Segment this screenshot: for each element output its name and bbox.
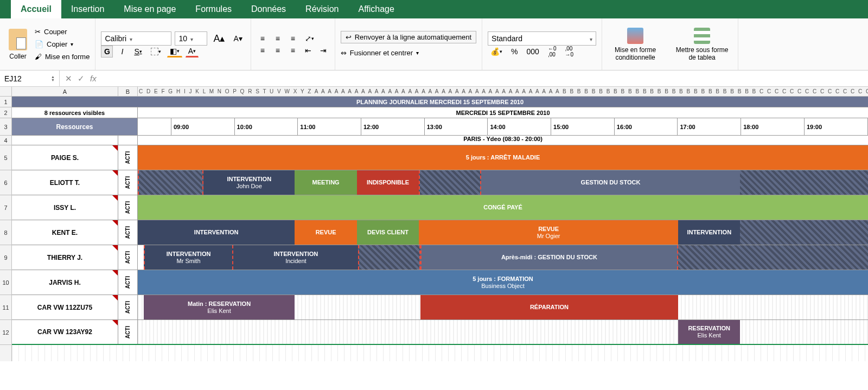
bar-hatch[interactable] — [740, 170, 868, 195]
bar-hatch[interactable] — [138, 170, 203, 195]
format-as-table-button[interactable]: Mettre sous forme de tablea — [672, 21, 732, 68]
acti-cell[interactable]: ACTI — [118, 220, 138, 245]
bar-hatch[interactable] — [419, 170, 481, 195]
bar-formation[interactable]: 5 jours : FORMATIONBusiness Object — [138, 270, 868, 295]
align-bottom-button[interactable]: ≡ — [287, 33, 299, 44]
font-color-button[interactable]: A▾ — [186, 46, 199, 57]
bar-intervention[interactable]: INTERVENTIONJohn Doe — [203, 170, 295, 195]
bar-intervention[interactable]: INTERVENTION — [678, 220, 740, 245]
bar-reservation[interactable]: Matin : RESERVATIONElis Kent — [144, 295, 295, 319]
align-right-button[interactable]: ≡ — [287, 44, 299, 56]
align-top-button[interactable]: ≡ — [257, 33, 269, 44]
resource-name[interactable]: CAR VW 123AY92 — [12, 320, 118, 344]
row-header-12[interactable]: 12 — [0, 320, 11, 345]
font-name-combo[interactable]: Calibri — [101, 31, 171, 46]
wrap-text-button[interactable]: ↩Renvoyer à la ligne automatiquement — [341, 31, 476, 43]
fill-color-button[interactable]: ◧▾ — [167, 46, 182, 57]
resource-name[interactable]: ELIOTT T. — [12, 170, 118, 195]
bar-reparation[interactable]: RÉPARATION — [420, 295, 678, 319]
acti-cell[interactable]: ACTI — [118, 270, 138, 295]
decrease-font-button[interactable]: A▾ — [231, 33, 245, 44]
align-middle-button[interactable]: ≡ — [272, 33, 284, 44]
tab-donnees[interactable]: Données — [241, 0, 296, 18]
row-header-5[interactable]: 5 — [0, 145, 11, 170]
row-header-10[interactable]: 10 — [0, 270, 11, 295]
acti-cell[interactable]: ACTI — [118, 295, 138, 319]
merge-center-button[interactable]: ⇔Fusionner et centrer▾ — [341, 48, 476, 58]
italic-button[interactable]: I — [116, 46, 128, 57]
tab-affichage[interactable]: Affichage — [348, 0, 404, 18]
tab-revision[interactable]: Révision — [296, 0, 348, 18]
decrease-decimal-button[interactable]: ,00→0 — [562, 46, 576, 57]
tab-mise-en-page[interactable]: Mise en page — [114, 0, 186, 18]
name-box-stepper[interactable]: ▲▼ — [51, 75, 55, 82]
tab-formules[interactable]: Formules — [186, 0, 241, 18]
conditional-formatting-button[interactable]: Mise en forme conditionnelle — [608, 21, 663, 68]
row-header-11[interactable]: 11 — [0, 295, 11, 320]
row-header-7[interactable]: 7 — [0, 195, 11, 220]
bar-intervention-incident[interactable]: INTERVENTIONIncident — [233, 245, 358, 270]
bold-button[interactable]: G — [101, 46, 113, 57]
bar-revue[interactable]: REVUE — [295, 220, 356, 245]
increase-decimal-button[interactable]: ←0,00 — [545, 46, 559, 57]
bar-devis-client[interactable]: DEVIS CLIENT — [357, 220, 419, 245]
resource-name[interactable]: ISSY L. — [12, 195, 118, 220]
row-header-6[interactable]: 6 — [0, 170, 11, 195]
align-center-button[interactable]: ≡ — [272, 44, 284, 56]
bar-intervention[interactable]: INTERVENTION — [138, 220, 295, 245]
format-painter-button[interactable]: Mise en forme — [35, 52, 90, 62]
underline-button[interactable]: S▾ — [131, 46, 144, 57]
cancel-formula-button[interactable]: ✕ — [65, 74, 72, 84]
row-header-8[interactable]: 8 — [0, 220, 11, 245]
fx-icon[interactable]: fx — [90, 74, 97, 83]
orientation-button[interactable]: ⤢▾ — [302, 33, 317, 44]
row-header-4[interactable]: 4 — [0, 136, 11, 145]
col-header-b[interactable]: B — [118, 87, 138, 96]
bar-gestion-stock-pm[interactable]: Après-midi : GESTION DU STOCK — [420, 245, 678, 270]
resource-name[interactable]: CAR VW 112ZU75 — [12, 295, 118, 319]
acti-cell[interactable]: ACTI — [118, 195, 138, 220]
row-header-2[interactable]: 2 — [0, 107, 11, 118]
name-box[interactable]: EJ12 ▲▼ — [0, 71, 60, 86]
bar-intervention-smith[interactable]: INTERVENTIONMr Smith — [144, 245, 234, 270]
row-header-1[interactable]: 1 — [0, 97, 11, 107]
borders-button[interactable]: ▾ — [148, 46, 164, 57]
formula-input[interactable] — [102, 71, 868, 86]
select-all-corner[interactable] — [0, 87, 12, 96]
bar-arret-maladie[interactable]: 5 jours : ARRÊT MALADIE — [138, 145, 868, 170]
row-header-3[interactable]: 3 — [0, 118, 11, 136]
align-left-button[interactable]: ≡ — [257, 44, 269, 56]
decrease-indent-button[interactable]: ⇤ — [302, 44, 314, 56]
accounting-button[interactable]: 💰▾ — [488, 46, 505, 57]
bar-revue-ogier[interactable]: REVUEMr Ogier — [419, 220, 678, 245]
resource-name[interactable]: KENT E. — [12, 220, 118, 245]
bar-reservation[interactable]: RESERVATIONElis Kent — [678, 320, 740, 344]
bar-gestion-stock[interactable]: GESTION DU STOCK — [481, 170, 741, 195]
bar-hatch[interactable] — [740, 220, 868, 245]
tab-accueil[interactable]: Accueil — [11, 0, 61, 18]
increase-indent-button[interactable]: ⇥ — [317, 44, 329, 56]
acti-cell[interactable]: ACTI — [118, 320, 138, 344]
increase-font-button[interactable]: A▴ — [210, 33, 227, 44]
bar-meeting[interactable]: MEETING — [295, 170, 356, 195]
bar-hatch[interactable] — [678, 245, 868, 270]
acti-cell[interactable]: ACTI — [118, 245, 138, 270]
resource-name[interactable]: PAIGE S. — [12, 145, 118, 170]
resource-name[interactable]: JARVIS H. — [12, 270, 118, 295]
paste-button[interactable]: Coller — [5, 21, 30, 68]
percent-button[interactable]: % — [508, 46, 520, 57]
bar-conge-paye[interactable]: CONGÉ PAYÉ — [138, 195, 868, 220]
tab-insertion[interactable]: Insertion — [61, 0, 114, 18]
font-size-combo[interactable]: 10 — [175, 31, 207, 46]
confirm-formula-button[interactable]: ✓ — [78, 74, 85, 84]
bar-indisponible[interactable]: INDISPONIBLE — [357, 170, 419, 195]
col-header-strip[interactable]: C D E F G H I J K L M N O P Q R S T U V … — [138, 87, 868, 96]
copy-button[interactable]: Copier▾ — [35, 39, 90, 49]
col-header-a[interactable]: A — [12, 87, 118, 96]
acti-cell[interactable]: ACTI — [118, 145, 138, 170]
number-format-combo[interactable]: Standard — [488, 31, 596, 46]
thousands-button[interactable]: 000 — [524, 46, 542, 57]
resource-name[interactable]: THIERRY J. — [12, 245, 118, 270]
row-header-9[interactable]: 9 — [0, 245, 11, 270]
bar-hatch[interactable] — [358, 245, 420, 270]
